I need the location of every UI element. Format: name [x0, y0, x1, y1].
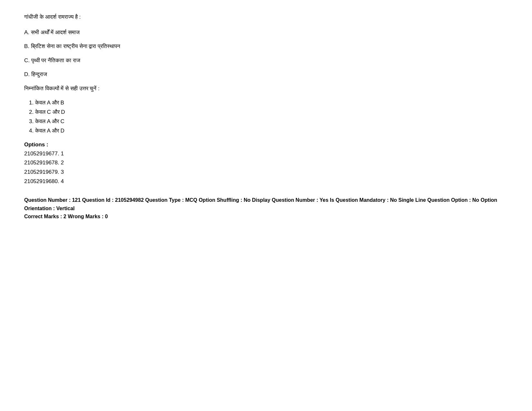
options-label: Options : [24, 142, 508, 148]
option-id-1: 21052919677. 1 [24, 149, 508, 159]
meta-line2: Correct Marks : 2 Wrong Marks : 0 [24, 212, 508, 221]
question-container: गांधीजी के आदर्श रामराज्य है : A. सभी अर… [24, 13, 508, 221]
numbered-options-list: 1. केवल A और B 2. केवल C और D 3. केवल A … [29, 98, 508, 136]
question-text: गांधीजी के आदर्श रामराज्य है : [24, 13, 508, 21]
option-b: B. ब्रिटिश सेना का राष्ट्रीय सेना द्वारा… [24, 42, 508, 51]
option-id-4: 21052919680. 4 [24, 177, 508, 186]
instruction-text: निम्नांकित विकल्पों में से सही उत्तर चुन… [24, 84, 508, 93]
option-d: D. हिन्दुराज [24, 70, 508, 79]
option-id-2: 21052919678. 2 [24, 158, 508, 168]
meta-info: Question Number : 121 Question Id : 2105… [24, 196, 508, 221]
numbered-option-3: 3. केवल A और C [29, 117, 508, 126]
option-ids-list: 21052919677. 1 21052919678. 2 2105291967… [24, 149, 508, 187]
option-a: A. सभी अर्थों में आदर्श समाज [24, 28, 508, 37]
numbered-option-1: 1. केवल A और B [29, 98, 508, 108]
numbered-option-4: 4. केवल A और D [29, 126, 508, 136]
option-id-3: 21052919679. 3 [24, 168, 508, 177]
numbered-option-2: 2. केवल C और D [29, 108, 508, 117]
meta-line1: Question Number : 121 Question Id : 2105… [24, 196, 508, 212]
option-c: C. पृथ्वी पर नैतिकता का राज [24, 56, 508, 65]
